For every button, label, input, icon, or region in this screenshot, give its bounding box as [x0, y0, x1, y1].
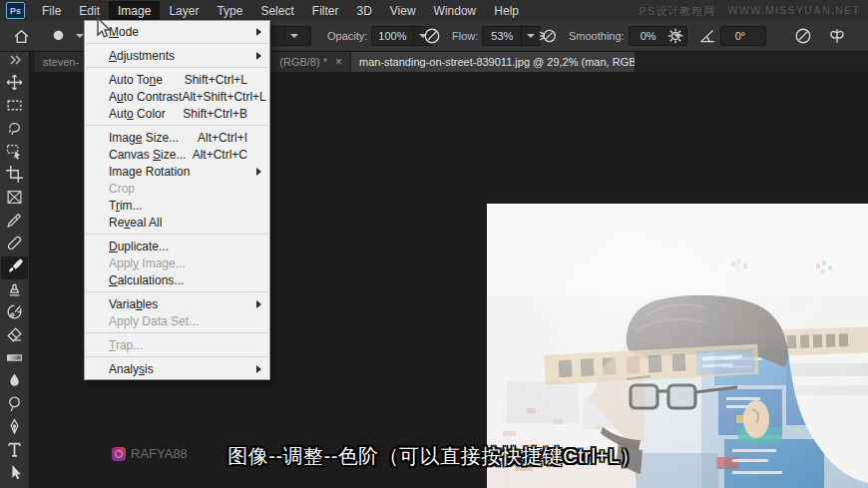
menu-view[interactable]: View	[381, 1, 425, 21]
gear-icon	[666, 27, 684, 45]
menu-item-analysis[interactable]: Analysis	[85, 360, 269, 377]
flow-control: Flow: 53%	[452, 21, 541, 51]
angle-icon	[698, 27, 716, 45]
brush-tip-icon	[50, 28, 67, 45]
menu-item-trim[interactable]: Trim...	[85, 197, 269, 214]
frame-icon	[6, 189, 23, 210]
menu-3d[interactable]: 3D	[347, 1, 380, 21]
menu-window[interactable]: Window	[425, 1, 486, 21]
flow-field[interactable]: 53%	[482, 26, 541, 46]
menu-select[interactable]: Select	[251, 1, 302, 21]
menu-item-reveal-all[interactable]: Reveal All	[85, 214, 269, 231]
menu-separator	[86, 125, 268, 126]
opacity-label: Opacity:	[327, 30, 367, 42]
menu-item-image-rotation[interactable]: Image Rotation	[85, 163, 269, 180]
marquee-icon	[6, 97, 23, 118]
collapse-chevrons-icon	[8, 52, 22, 70]
gradient-tool[interactable]	[1, 348, 28, 371]
home-button[interactable]	[13, 21, 30, 51]
marquee-tool[interactable]	[1, 96, 28, 119]
menu-item-calculations[interactable]: Calculations...	[85, 271, 269, 288]
menu-item-auto-color[interactable]: Auto ColorShift+Ctrl+B	[85, 105, 269, 122]
opacity-pressure-button[interactable]	[423, 21, 441, 51]
pen-pressure-icon	[423, 27, 441, 45]
opacity-control: Opacity: 100%	[327, 21, 433, 51]
healing-brush-tool[interactable]	[1, 234, 28, 256]
document-tab-active[interactable]: man-standing-on-street-839011.jpg @ 29,2…	[351, 51, 636, 72]
chevron-down-icon	[76, 34, 84, 38]
clone-stamp-tool[interactable]	[1, 279, 28, 302]
brush-tool[interactable]	[1, 256, 28, 279]
watermark-site-name: PS设计教程网	[640, 4, 716, 19]
menu-item-image-size[interactable]: Image Size...Alt+Ctrl+I	[85, 129, 269, 146]
menu-help[interactable]: Help	[485, 1, 528, 21]
toolbar-collapse-button[interactable]	[8, 53, 22, 69]
pen-nib-icon	[6, 418, 23, 439]
menu-item-crop: Crop	[85, 180, 269, 197]
crop-tool[interactable]	[1, 165, 28, 188]
site-watermark: PS设计教程网 WWW.MISSYUAN.NET	[640, 4, 860, 19]
menu-item-canvas-size[interactable]: Canvas Size...Alt+Ctrl+C	[85, 146, 269, 163]
eyedropper-tool[interactable]	[1, 211, 28, 234]
tool-bar	[0, 51, 30, 488]
history-brush-icon	[6, 303, 23, 324]
move-tool[interactable]	[1, 73, 28, 96]
dodge-tool[interactable]	[1, 394, 28, 417]
butterfly-symmetry-icon	[828, 27, 846, 45]
watermark-site-url: WWW.MISSYUAN.NET	[727, 4, 860, 19]
angle-control: 0°	[698, 21, 766, 51]
object-selection-icon	[6, 143, 23, 164]
stamp-icon	[6, 280, 23, 301]
crop-icon	[6, 166, 23, 187]
menu-type[interactable]: Type	[208, 1, 251, 21]
photoshop-logo: Ps	[6, 2, 25, 19]
menu-filter[interactable]: Filter	[303, 1, 348, 21]
menu-separator	[86, 332, 268, 333]
menu-item-auto-contrast[interactable]: Auto ContrastAlt+Shift+Ctrl+L	[85, 88, 269, 105]
eraser-tool[interactable]	[1, 325, 28, 348]
menu-item-duplicate[interactable]: Duplicate...	[85, 238, 269, 254]
eraser-icon	[6, 326, 23, 347]
flow-label: Flow:	[452, 30, 478, 42]
airbrush-button[interactable]	[539, 21, 557, 51]
menu-separator	[86, 234, 268, 235]
menu-item-adjustments[interactable]: Adjustments	[85, 47, 269, 64]
menu-bar: Ps File Edit Image Layer Type Select Fil…	[0, 0, 868, 21]
image-menu-dropdown: Mode Adjustments Auto ToneShift+Ctrl+L A…	[84, 20, 270, 380]
object-selection-tool[interactable]	[1, 142, 28, 165]
menu-image[interactable]: Image	[109, 1, 160, 21]
move-icon	[6, 74, 23, 95]
bandage-icon	[6, 235, 23, 255]
pen-tool[interactable]	[1, 417, 28, 440]
tab-filename: man-standing-on-street-839011.jpg @ 29,2…	[359, 56, 636, 68]
size-pressure-button[interactable]	[794, 21, 812, 51]
menu-item-trap: Trap...	[85, 336, 269, 353]
eyedropper-icon	[6, 212, 23, 233]
smoothing-options-button[interactable]	[666, 21, 684, 51]
dodge-icon	[6, 395, 23, 416]
smoothing-label: Smoothing:	[569, 30, 625, 42]
tab-filename-start: steven-	[43, 56, 79, 68]
close-icon[interactable]: ×	[335, 56, 342, 68]
symmetry-button[interactable]	[828, 21, 846, 51]
menu-item-variables[interactable]: Variables	[85, 295, 269, 312]
menu-item-apply-data-set: Apply Data Set...	[85, 312, 269, 329]
menu-layer[interactable]: Layer	[160, 1, 208, 21]
blur-tool[interactable]	[1, 371, 28, 394]
lasso-tool[interactable]	[1, 119, 28, 142]
home-icon	[13, 28, 30, 45]
menu-separator	[86, 67, 268, 68]
pen-pressure-icon	[794, 27, 812, 45]
instagram-icon	[112, 447, 126, 461]
menu-file[interactable]: File	[33, 1, 70, 21]
frame-tool[interactable]	[1, 188, 28, 211]
angle-field[interactable]: 0°	[720, 26, 766, 46]
menu-item-auto-tone[interactable]: Auto ToneShift+Ctrl+L	[85, 71, 269, 88]
chevron-down-icon	[527, 34, 535, 38]
history-brush-tool[interactable]	[1, 302, 28, 325]
menu-separator	[86, 291, 268, 292]
lasso-icon	[6, 120, 23, 141]
menu-item-apply-image: Apply Image...	[85, 254, 269, 271]
brush-icon	[6, 257, 23, 278]
tab-suffix: (RGB/8) *	[279, 56, 327, 68]
